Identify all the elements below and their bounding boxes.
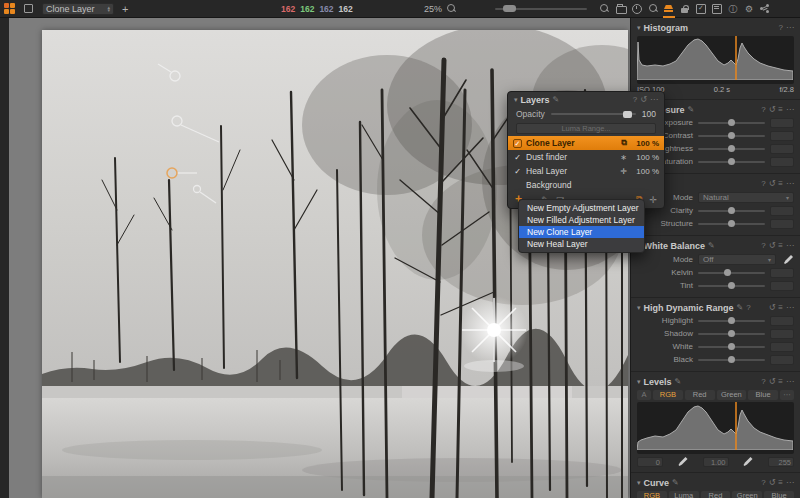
white-value[interactable] [770, 342, 794, 352]
more-icon[interactable]: ⋯ [650, 95, 658, 104]
layer-selector-dropdown[interactable]: Clone Layer ▴▾ [42, 3, 114, 15]
brush-icon[interactable]: ✎ [675, 377, 682, 386]
levels-mid-value[interactable]: 1.00 [703, 457, 729, 467]
reset-icon[interactable]: ↺ [769, 478, 776, 487]
contrast-value[interactable] [770, 131, 794, 141]
brush-icon[interactable]: ✎ [553, 95, 560, 104]
menu-item-new-heal-layer[interactable]: New Heal Layer [519, 238, 644, 250]
levels-tab-green[interactable]: Green [717, 390, 747, 400]
wb-eyedropper-icon[interactable] [783, 254, 794, 265]
luma-range-button[interactable]: Luma Range... [516, 123, 656, 134]
chevron-down-icon[interactable]: ▾ [637, 479, 641, 487]
highlight-slider[interactable] [698, 320, 765, 322]
help-icon[interactable]: ? [746, 303, 750, 312]
reset-icon[interactable]: ↺ [769, 377, 776, 386]
levels-shadow-value[interactable]: 0 [637, 457, 663, 467]
curve-tab-blue[interactable]: Blue [764, 491, 794, 498]
search-icon[interactable] [649, 4, 658, 13]
layer-row-clone[interactable]: ✓ Clone Layer ⧉ 100 % [508, 136, 664, 150]
adjustments-icon[interactable] [712, 4, 722, 14]
preset-icon[interactable]: ≡ [778, 179, 783, 188]
chevron-down-icon[interactable]: ▾ [637, 24, 641, 32]
kelvin-slider[interactable] [698, 272, 765, 274]
clarity-value[interactable] [770, 206, 794, 216]
menu-item-new-empty-adjustment-layer[interactable]: New Empty Adjustment Layer [519, 202, 644, 214]
layer-row-dust[interactable]: ✓ Dust finder ∗ 100 % [508, 150, 664, 164]
layer-check-icon[interactable]: ✓ [513, 153, 522, 162]
kelvin-value[interactable] [770, 268, 794, 278]
preset-icon[interactable]: ≡ [778, 105, 783, 114]
curve-tab-luma[interactable]: Luma [669, 491, 699, 498]
layer-check-icon[interactable]: ✓ [513, 167, 522, 176]
shadow-slider[interactable] [698, 333, 765, 335]
exposure-slider[interactable] [698, 122, 765, 124]
curve-tab-green[interactable]: Green [732, 491, 762, 498]
help-icon[interactable]: ? [761, 105, 765, 114]
zoom-in-icon[interactable] [600, 4, 609, 13]
levels-tab-blue[interactable]: Blue [748, 390, 778, 400]
more-icon[interactable]: ⋯ [786, 105, 794, 114]
structure-value[interactable] [770, 219, 794, 229]
more-icon[interactable]: ⋯ [786, 241, 794, 250]
reset-icon[interactable]: ↺ [640, 95, 647, 104]
layer-row-background[interactable]: Background [508, 178, 664, 192]
library-icon[interactable] [616, 4, 626, 14]
levels-auto-button[interactable]: A [637, 390, 651, 400]
more-icon[interactable]: ⋯ [786, 377, 794, 386]
levels-options-button[interactable]: ⋯ [780, 390, 794, 400]
curve-tab-red[interactable]: Red [701, 491, 731, 498]
reset-icon[interactable]: ↺ [769, 241, 776, 250]
black-value[interactable] [770, 355, 794, 365]
clarity-slider[interactable] [698, 210, 765, 212]
preset-icon[interactable]: ≡ [778, 377, 783, 386]
brush-icon[interactable]: ✎ [708, 241, 715, 250]
exposure-value[interactable] [770, 118, 794, 128]
saturation-value[interactable] [770, 157, 794, 167]
menu-item-new-clone-layer[interactable]: New Clone Layer [519, 226, 644, 238]
reset-icon[interactable]: ↺ [769, 303, 776, 312]
help-icon[interactable]: ? [761, 377, 765, 386]
black-slider[interactable] [698, 359, 765, 361]
preset-icon[interactable]: ≡ [778, 478, 783, 487]
layer-checkbox-checked-icon[interactable]: ✓ [513, 139, 522, 148]
tint-value[interactable] [770, 281, 794, 291]
clarity-method-dropdown[interactable]: Natural ▾ [698, 192, 794, 203]
add-layer-button[interactable]: + [122, 4, 128, 14]
white-slider[interactable] [698, 346, 765, 348]
help-icon[interactable]: ? [761, 478, 765, 487]
brush-icon[interactable]: ✎ [672, 478, 679, 487]
zoom-slider[interactable] [495, 8, 587, 10]
help-icon[interactable]: ? [761, 179, 765, 188]
levels-tab-red[interactable]: Red [685, 390, 715, 400]
tool-tabs-grid-icon[interactable] [4, 3, 15, 14]
share-icon[interactable] [760, 4, 770, 14]
more-icon[interactable]: ⋯ [786, 23, 794, 32]
contrast-slider[interactable] [698, 135, 765, 137]
zoom-out-icon[interactable] [447, 4, 456, 13]
white-point-picker-icon[interactable] [742, 456, 754, 467]
reset-icon[interactable]: ↺ [769, 105, 776, 114]
reset-icon[interactable]: ↺ [769, 179, 776, 188]
tint-slider[interactable] [698, 285, 765, 287]
black-point-picker-icon[interactable] [677, 456, 689, 467]
structure-slider[interactable] [698, 223, 765, 225]
stepper-icon[interactable]: ▴▾ [107, 6, 110, 12]
wb-mode-dropdown[interactable]: Off ▾ [698, 254, 776, 265]
highlight-value[interactable] [770, 316, 794, 326]
levels-highlight-value[interactable]: 255 [768, 457, 794, 467]
saturation-slider[interactable] [698, 161, 765, 163]
chevron-down-icon[interactable]: ▾ [514, 96, 518, 104]
brightness-slider[interactable] [698, 148, 765, 150]
proof-check-icon[interactable] [696, 4, 706, 14]
help-icon[interactable]: ? [779, 23, 783, 32]
info-icon[interactable]: ⓘ [728, 4, 738, 14]
chevron-down-icon[interactable]: ▾ [637, 304, 641, 312]
levels-tab-rgb[interactable]: RGB [653, 390, 683, 400]
brightness-value[interactable] [770, 144, 794, 154]
layer-row-heal[interactable]: ✓ Heal Layer ✛ 100 % [508, 164, 664, 178]
more-icon[interactable]: ⋯ [786, 179, 794, 188]
curve-tab-rgb[interactable]: RGB [637, 491, 667, 498]
gear-icon[interactable]: ⚙ [744, 4, 754, 14]
more-icon[interactable]: ⋯ [786, 478, 794, 487]
more-icon[interactable]: ⋯ [786, 303, 794, 312]
